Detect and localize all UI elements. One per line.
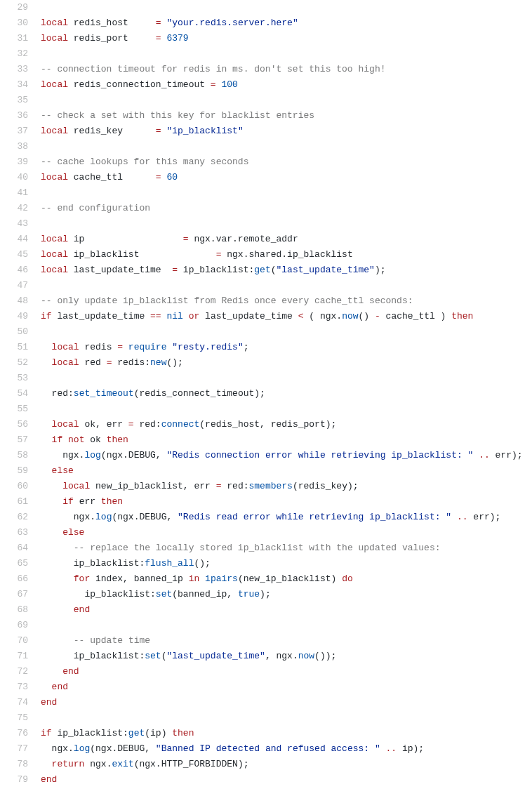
code-line[interactable]: 62 ngx.log(ngx.DEBUG, "Redis read error …	[0, 510, 532, 525]
code-content[interactable]	[41, 618, 532, 633]
code-content[interactable]: -- replace the locally stored ip_blackli…	[41, 540, 532, 556]
code-content[interactable]: end	[41, 695, 532, 710]
code-content[interactable]: -- cache lookups for this many seconds	[41, 154, 532, 170]
code-line[interactable]: 69	[0, 618, 532, 633]
code-content[interactable]: ip_blacklist:set(banned_ip, true);	[41, 587, 532, 602]
code-content[interactable]	[41, 710, 532, 726]
code-line[interactable]: 35	[0, 93, 532, 108]
code-content[interactable]: for index, banned_ip in ipairs(new_ip_bl…	[41, 571, 532, 587]
code-content[interactable]: else	[41, 463, 532, 479]
code-content[interactable]: if err then	[41, 494, 532, 510]
code-line[interactable]: 53	[0, 371, 532, 386]
code-line[interactable]: 78 return ngx.exit(ngx.HTTP_FORBIDDEN);	[0, 757, 532, 772]
code-content[interactable]: ngx.log(ngx.DEBUG, "Banned IP detected a…	[41, 741, 532, 757]
code-line[interactable]: 42-- end configuration	[0, 201, 532, 216]
code-content[interactable]: local redis_host = "your.redis.server.he…	[41, 15, 532, 31]
code-line[interactable]: 57 if not ok then	[0, 432, 532, 448]
code-content[interactable]	[41, 278, 532, 293]
code-line[interactable]: 50	[0, 324, 532, 340]
code-line[interactable]: 38	[0, 139, 532, 154]
code-line[interactable]: 29	[0, 0, 532, 15]
code-content[interactable]: local ok, err = red:connect(redis_host, …	[41, 417, 532, 432]
code-line[interactable]: 64 -- replace the locally stored ip_blac…	[0, 540, 532, 556]
code-line[interactable]: 65 ip_blacklist:flush_all();	[0, 556, 532, 571]
code-line[interactable]: 36-- check a set with this key for black…	[0, 108, 532, 124]
code-content[interactable]: local red = redis:new();	[41, 355, 532, 371]
code-content[interactable]: ngx.log(ngx.DEBUG, "Redis connection err…	[41, 448, 532, 463]
code-content[interactable]: local redis_connection_timeout = 100	[41, 77, 532, 93]
code-editor[interactable]: 2930local redis_host = "your.redis.serve…	[0, 0, 532, 788]
code-line[interactable]: 51 local redis = require "resty.redis";	[0, 340, 532, 355]
code-content[interactable]	[41, 93, 532, 108]
code-content[interactable]	[41, 139, 532, 154]
code-content[interactable]: local redis = require "resty.redis";	[41, 340, 532, 355]
code-content[interactable]	[41, 216, 532, 232]
code-line[interactable]: 46local last_update_time = ip_blacklist:…	[0, 263, 532, 278]
code-line[interactable]: 77 ngx.log(ngx.DEBUG, "Banned IP detecte…	[0, 741, 532, 757]
code-line[interactable]: 54 red:set_timeout(redis_connect_timeout…	[0, 386, 532, 402]
code-line[interactable]: 72 end	[0, 664, 532, 679]
code-content[interactable]	[41, 402, 532, 417]
code-line[interactable]: 76if ip_blacklist:get(ip) then	[0, 726, 532, 741]
code-content[interactable]: -- check a set with this key for blackli…	[41, 108, 532, 124]
code-content[interactable]: end	[41, 679, 532, 695]
code-line[interactable]: 47	[0, 278, 532, 293]
code-line[interactable]: 44local ip = ngx.var.remote_addr	[0, 232, 532, 247]
code-content[interactable]: local redis_port = 6379	[41, 31, 532, 46]
code-line[interactable]: 34local redis_connection_timeout = 100	[0, 77, 532, 93]
code-content[interactable]: end	[41, 772, 532, 788]
code-line[interactable]: 45local ip_blacklist = ngx.shared.ip_bla…	[0, 247, 532, 263]
code-line[interactable]: 49if last_update_time == nil or last_upd…	[0, 309, 532, 324]
code-content[interactable]: local redis_key = "ip_blacklist"	[41, 124, 532, 139]
code-content[interactable]: if ip_blacklist:get(ip) then	[41, 726, 532, 741]
code-line[interactable]: 79end	[0, 772, 532, 788]
code-line[interactable]: 63 else	[0, 525, 532, 540]
code-content[interactable]: else	[41, 525, 532, 540]
code-line[interactable]: 52 local red = redis:new();	[0, 355, 532, 371]
code-line[interactable]: 61 if err then	[0, 494, 532, 510]
code-content[interactable]: return ngx.exit(ngx.HTTP_FORBIDDEN);	[41, 757, 532, 772]
code-content[interactable]: if last_update_time == nil or last_updat…	[41, 309, 532, 324]
code-content[interactable]	[41, 0, 532, 15]
code-line[interactable]: 59 else	[0, 463, 532, 479]
code-content[interactable]	[41, 185, 532, 201]
code-line[interactable]: 39-- cache lookups for this many seconds	[0, 154, 532, 170]
code-content[interactable]: ip_blacklist:set("last_update_time", ngx…	[41, 649, 532, 664]
code-content[interactable]: -- connection timeout for redis in ms. d…	[41, 62, 532, 77]
code-line[interactable]: 30local redis_host = "your.redis.server.…	[0, 15, 532, 31]
code-line[interactable]: 75	[0, 710, 532, 726]
code-line[interactable]: 31local redis_port = 6379	[0, 31, 532, 46]
code-content[interactable]: red:set_timeout(redis_connect_timeout);	[41, 386, 532, 402]
code-content[interactable]	[41, 324, 532, 340]
code-line[interactable]: 74end	[0, 695, 532, 710]
code-content[interactable]: ip_blacklist:flush_all();	[41, 556, 532, 571]
code-line[interactable]: 73 end	[0, 679, 532, 695]
code-line[interactable]: 66 for index, banned_ip in ipairs(new_ip…	[0, 571, 532, 587]
code-content[interactable]: end	[41, 602, 532, 618]
code-content[interactable]: end	[41, 664, 532, 679]
code-line[interactable]: 40local cache_ttl = 60	[0, 170, 532, 185]
code-content[interactable]: -- update time	[41, 633, 532, 649]
code-content[interactable]: local ip = ngx.var.remote_addr	[41, 232, 532, 247]
code-content[interactable]	[41, 371, 532, 386]
code-line[interactable]: 55	[0, 402, 532, 417]
code-line[interactable]: 33-- connection timeout for redis in ms.…	[0, 62, 532, 77]
code-line[interactable]: 32	[0, 46, 532, 62]
code-content[interactable]: local cache_ttl = 60	[41, 170, 532, 185]
code-content[interactable]: -- end configuration	[41, 201, 532, 216]
code-line[interactable]: 71 ip_blacklist:set("last_update_time", …	[0, 649, 532, 664]
code-line[interactable]: 58 ngx.log(ngx.DEBUG, "Redis connection …	[0, 448, 532, 463]
code-content[interactable]: -- only update ip_blacklist from Redis o…	[41, 293, 532, 309]
code-line[interactable]: 70 -- update time	[0, 633, 532, 649]
code-line[interactable]: 56 local ok, err = red:connect(redis_hos…	[0, 417, 532, 432]
code-content[interactable]: local ip_blacklist = ngx.shared.ip_black…	[41, 247, 532, 263]
code-content[interactable]: ngx.log(ngx.DEBUG, "Redis read error whi…	[41, 510, 532, 525]
code-content[interactable]	[41, 46, 532, 62]
code-line[interactable]: 60 local new_ip_blacklist, err = red:sme…	[0, 479, 532, 494]
code-line[interactable]: 37local redis_key = "ip_blacklist"	[0, 124, 532, 139]
code-line[interactable]: 48-- only update ip_blacklist from Redis…	[0, 293, 532, 309]
code-content[interactable]: local last_update_time = ip_blacklist:ge…	[41, 263, 532, 278]
code-line[interactable]: 67 ip_blacklist:set(banned_ip, true);	[0, 587, 532, 602]
code-line[interactable]: 41	[0, 185, 532, 201]
code-line[interactable]: 68 end	[0, 602, 532, 618]
